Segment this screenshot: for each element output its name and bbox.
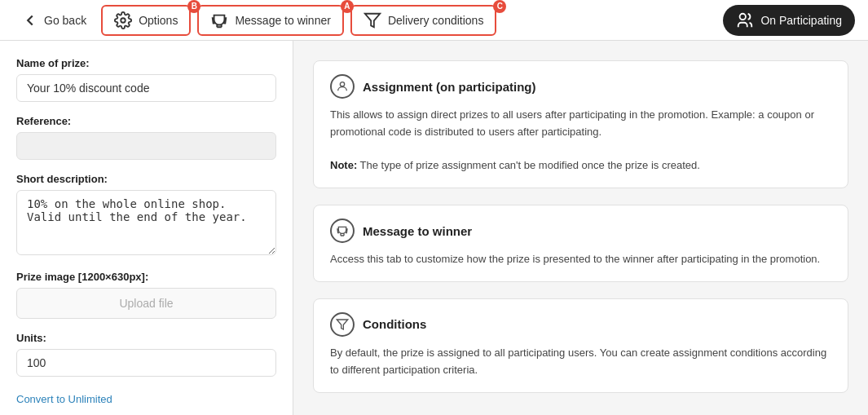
on-participating-label: On Participating [760, 14, 842, 27]
top-bar: Go back Options B Message to winner A De… [0, 0, 868, 41]
trophy-icon [210, 11, 228, 29]
upload-file-button[interactable]: Upload file [16, 288, 276, 319]
conditions-card-header: Conditions [330, 312, 831, 337]
svg-marker-0 [365, 13, 380, 27]
tab-delivery-conditions[interactable]: Delivery conditions C [350, 5, 497, 36]
units-input[interactable] [16, 349, 276, 377]
assignment-card-body: This allows to assign direct prizes to a… [330, 107, 831, 174]
assignment-card: Assignment (on participating) This allow… [313, 60, 848, 188]
conditions-card-title: Conditions [363, 317, 426, 331]
tab-options[interactable]: Options B [101, 5, 191, 36]
short-description-group: Short description: 10% on the whole onli… [16, 173, 276, 258]
units-label: Units: [16, 332, 276, 344]
assignment-body-text: This allows to assign direct prizes to a… [330, 108, 814, 138]
conditions-body-text: By default, the prize is assigned to all… [330, 347, 826, 376]
left-panel: Name of prize: Reference: Short descript… [0, 41, 293, 415]
name-of-prize-group: Name of prize: [16, 57, 276, 102]
tab-message-to-winner[interactable]: Message to winner A [197, 5, 344, 36]
trophy-card-icon [330, 219, 355, 243]
message-card-header: Message to winner [330, 219, 831, 243]
units-group: Units: [16, 332, 276, 377]
right-panel: Assignment (on participating) This allow… [293, 41, 868, 415]
message-to-winner-card: Message to winner Access this tab to cus… [313, 205, 848, 282]
go-back-label: Go back [44, 14, 86, 27]
reference-group: Reference: [16, 115, 276, 160]
short-description-textarea[interactable]: 10% on the whole online shop. Valid unti… [16, 190, 276, 255]
prize-image-label: Prize image [1200×630px]: [16, 271, 276, 283]
gear-icon [114, 11, 132, 29]
conditions-card: Conditions By default, the prize is assi… [313, 298, 848, 393]
svg-point-1 [740, 13, 746, 19]
filter-card-icon [330, 312, 355, 337]
tab-message-label: Message to winner [235, 14, 331, 27]
svg-point-2 [340, 82, 344, 86]
assignment-card-title: Assignment (on participating) [363, 80, 536, 94]
message-card-body: Access this tab to customize how the pri… [330, 251, 831, 268]
on-participating-button[interactable]: On Participating [723, 5, 855, 36]
assignment-note-text: Note: The type of prize assignment can't… [330, 159, 700, 171]
prize-image-group: Prize image [1200×630px]: Upload file [16, 271, 276, 319]
message-body-text: Access this tab to customize how the pri… [330, 253, 820, 265]
assignment-icon [330, 74, 355, 99]
filter-icon [364, 11, 381, 29]
reference-label: Reference: [16, 115, 276, 127]
short-description-label: Short description: [16, 173, 276, 185]
tab-delivery-badge: C [493, 0, 506, 13]
message-card-title: Message to winner [363, 224, 472, 238]
chevron-left-icon [21, 11, 39, 29]
go-back-button[interactable]: Go back [13, 7, 95, 34]
user-group-icon [736, 11, 754, 29]
name-of-prize-input[interactable] [16, 74, 276, 102]
main-content: Name of prize: Reference: Short descript… [0, 41, 868, 415]
assignment-card-header: Assignment (on participating) [330, 74, 831, 99]
reference-input[interactable] [16, 132, 276, 160]
tab-delivery-label: Delivery conditions [388, 14, 484, 27]
tab-options-label: Options [139, 14, 178, 27]
name-of-prize-label: Name of prize: [16, 57, 276, 69]
svg-marker-3 [337, 320, 347, 329]
convert-to-unlimited-link[interactable]: Convert to Unlimited [16, 393, 112, 405]
conditions-card-body: By default, the prize is assigned to all… [330, 345, 831, 379]
